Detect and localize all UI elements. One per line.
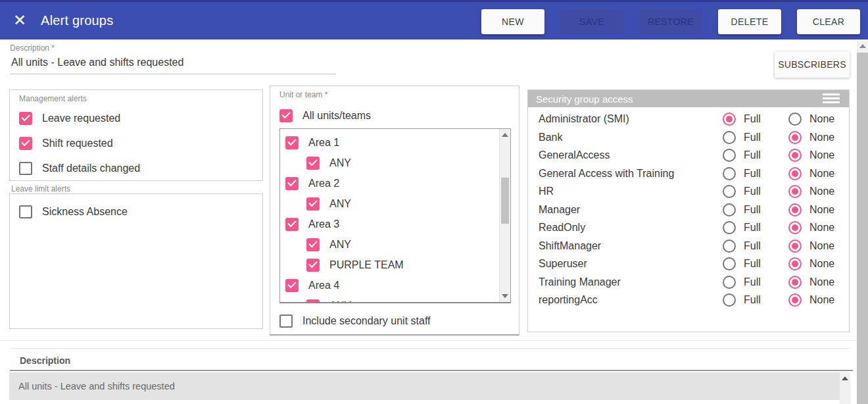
full-access-label: Full [744, 294, 761, 306]
tree-item-row: Area 3 [285, 214, 510, 234]
tree-item-row: ANY [306, 193, 510, 214]
subscribers-button[interactable]: SUBSCRIBERS [775, 51, 850, 78]
full-access-radio[interactable] [723, 149, 736, 162]
grid-scrollbar-up-icon[interactable] [842, 376, 848, 380]
security-group-name: HR [539, 186, 554, 197]
tree-item-label: ANY [329, 157, 351, 169]
unit-or-team-panel: Unit or team * All units/teams Area 1ANY… [270, 86, 519, 336]
none-access-radio[interactable] [788, 113, 802, 126]
security-group-name: General Access with Training [539, 168, 674, 180]
description-field-label: Description * [10, 43, 336, 53]
save-button: SAVE [560, 9, 623, 34]
full-access-label: Full [744, 113, 761, 125]
tree-item-row: Area 4 [285, 275, 510, 295]
full-access-radio[interactable] [723, 185, 736, 198]
none-access-radio[interactable] [788, 276, 802, 289]
grid-row-selected[interactable]: All units - Leave and shifts requested [9, 372, 840, 400]
all-units-teams-checkbox[interactable] [279, 109, 293, 122]
tree-scrollbar-down-icon[interactable] [502, 294, 508, 298]
none-access-radio[interactable] [788, 293, 802, 307]
menu-icon[interactable] [823, 93, 840, 103]
full-access-radio[interactable] [723, 167, 736, 180]
security-group-name: ReadOnly [539, 222, 585, 234]
grid-header-underline [10, 370, 853, 371]
tree-item-row: Area 1 [285, 132, 510, 153]
tree-item-checkbox[interactable] [285, 279, 299, 292]
all-units-teams-label: All units/teams [302, 110, 371, 122]
full-access-radio[interactable] [723, 240, 736, 253]
description-input[interactable]: All units - Leave and shifts requested [10, 53, 336, 74]
none-access-radio[interactable] [788, 221, 802, 234]
full-access-radio[interactable] [723, 221, 736, 234]
management-alert-checkbox[interactable] [19, 162, 32, 175]
main-scrollbar[interactable] [857, 41, 868, 404]
full-access-radio[interactable] [723, 257, 736, 270]
management-alerts-label: Management alerts [19, 94, 87, 103]
tree-item: ANY [285, 153, 510, 173]
management-alert-checkbox[interactable] [19, 137, 32, 150]
tree-item-row: ANY [306, 295, 510, 303]
tree-item-label: PURPLE TEAM [329, 259, 404, 271]
full-access-radio[interactable] [723, 276, 736, 289]
unit-or-team-label: Unit or team * [279, 90, 327, 99]
security-group-name: reportingAcc [539, 294, 598, 306]
main-scrollbar-thumb[interactable] [857, 53, 868, 404]
tree-scrollbar-thumb[interactable] [501, 178, 509, 224]
full-access-label: Full [744, 276, 761, 288]
tree-item-checkbox[interactable] [306, 238, 320, 251]
none-access-label: None [809, 149, 834, 161]
none-access-radio[interactable] [788, 203, 802, 216]
none-access-radio[interactable] [788, 131, 802, 144]
clear-button[interactable]: CLEAR [797, 9, 860, 34]
full-access-radio[interactable] [723, 203, 736, 216]
tree-item-checkbox[interactable] [306, 197, 320, 211]
none-access-label: None [809, 204, 834, 216]
tree-item: ANY [285, 193, 510, 214]
none-access-radio[interactable] [788, 240, 802, 253]
all-units-teams-row: All units/teams [270, 103, 519, 128]
none-access-radio[interactable] [788, 185, 802, 198]
tree-item: Area 3 [285, 214, 510, 234]
none-access-radio[interactable] [788, 167, 802, 180]
tree-item-label: Area 1 [308, 137, 339, 149]
tree-item-checkbox[interactable] [285, 136, 299, 149]
full-access-radio[interactable] [723, 113, 736, 126]
new-button[interactable]: NEW [481, 9, 544, 34]
management-alert-row: Leave requested [10, 106, 262, 131]
leave-limit-alerts-panel: Sickness Absence [9, 193, 263, 329]
security-group-name: Training Manager [539, 276, 621, 288]
tree-item-checkbox[interactable] [285, 218, 299, 231]
close-icon[interactable]: ✕ [13, 13, 26, 28]
tree-item-checkbox[interactable] [306, 259, 320, 272]
security-group-row: ReadOnlyFullNone [528, 220, 849, 238]
management-alert-row: Staff details changed [10, 156, 262, 181]
include-secondary-unit-staff-checkbox[interactable] [279, 315, 293, 328]
tree-item-row: ANY [306, 153, 510, 173]
full-access-radio[interactable] [723, 293, 736, 307]
delete-button[interactable]: DELETE [718, 9, 781, 34]
tree-item-checkbox[interactable] [306, 157, 320, 170]
tree-item-checkbox[interactable] [306, 299, 320, 304]
all-units-row: All units/teams [270, 103, 519, 128]
security-group-row: Administrator (SMI)FullNone [528, 111, 849, 130]
management-alert-checkbox[interactable] [19, 112, 32, 125]
tree-scrollbar-up-icon[interactable] [502, 133, 508, 137]
full-access-label: Full [744, 204, 761, 216]
main-scrollbar-up-icon[interactable] [859, 44, 866, 48]
unit-tree-rows: Area 1ANYArea 2ANYArea 3ANYPURPLE TEAMAr… [280, 129, 510, 303]
tree-item-checkbox[interactable] [285, 177, 299, 190]
tree-item-row: PURPLE TEAM [306, 255, 510, 275]
grid-scrollbar[interactable] [840, 372, 850, 404]
none-access-radio[interactable] [788, 257, 802, 270]
management-alerts-list: Leave requestedShift requestedStaff deta… [10, 106, 262, 181]
leave-limit-alerts-label: Leave limit alerts [11, 184, 70, 193]
security-group-name: Superuser [539, 258, 587, 270]
none-access-label: None [809, 132, 834, 143]
full-access-radio[interactable] [723, 131, 736, 144]
tree-item-label: Area 4 [308, 280, 339, 291]
leave-limit-alert-checkbox[interactable] [19, 205, 32, 218]
tree-scrollbar[interactable] [499, 129, 510, 302]
none-access-radio[interactable] [788, 149, 802, 162]
header-button-group: NEWSAVERESTOREDELETECLEAR [481, 9, 860, 34]
tree-item: ANY [285, 234, 510, 255]
